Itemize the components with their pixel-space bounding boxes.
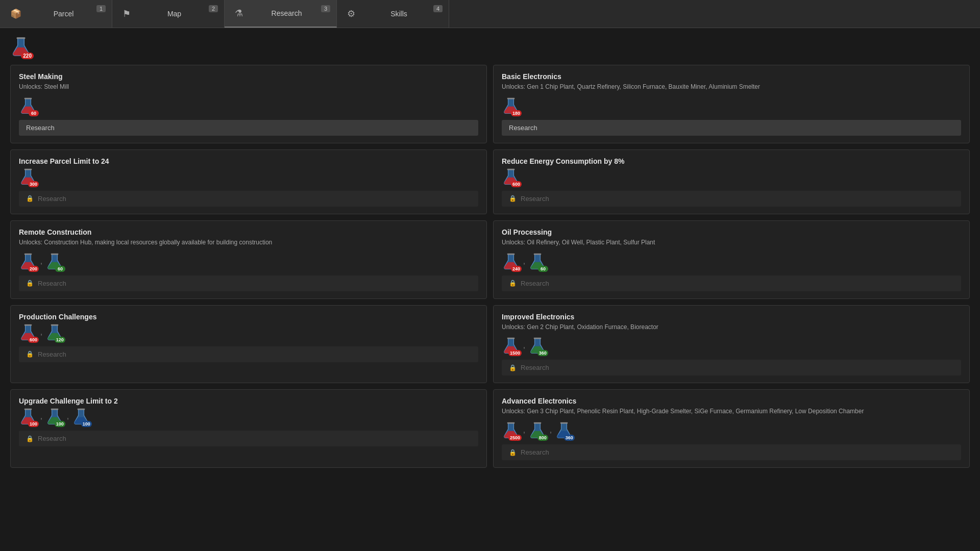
svg-rect-7	[507, 253, 514, 255]
cost-flask-red: 600	[19, 323, 37, 341]
cost-flask-red: 180	[502, 96, 520, 115]
svg-rect-3	[24, 168, 32, 170]
card-subtitle: Unlocks: Gen 1 Chip Plant, Quartz Refine…	[502, 83, 961, 91]
research-btn-label: Research	[521, 195, 549, 203]
card-title: Production Challenges	[19, 313, 478, 321]
main-content: Steel Making Unlocks: Steel Mill 60 Rese…	[0, 60, 980, 473]
parcel-icon: 📦	[10, 8, 21, 19]
tab-research[interactable]: ⚗ Research 3	[225, 0, 337, 28]
card-subtitle: Unlocks: Oil Refinery, Oil Well, Plastic…	[502, 238, 961, 247]
cost-separator: ,	[40, 328, 42, 336]
card-title: Improved Electronics	[502, 313, 961, 321]
cost-row: 1500 , 360	[502, 336, 961, 355]
svg-rect-5	[24, 253, 32, 255]
research-button-reduce-energy: 🔒 Research	[502, 191, 961, 207]
cost-separator: ,	[523, 426, 525, 434]
cost-separator: ,	[67, 412, 69, 420]
svg-rect-14	[51, 409, 58, 410]
cost-row: 60	[19, 96, 478, 115]
skills-icon: ⚙	[347, 8, 355, 19]
research-btn-label: Research	[521, 448, 549, 456]
research-button-oil-processing: 🔒 Research	[502, 276, 961, 291]
cost-value: 100	[28, 421, 39, 427]
research-card-increase-parcel-limit: Increase Parcel Limit to 24 300 🔒 Resear…	[10, 149, 487, 214]
tab-skills[interactable]: ⚙ Skills 4	[337, 0, 449, 28]
card-subtitle: Unlocks: Construction Hub, making local …	[19, 238, 478, 247]
svg-rect-6	[51, 253, 58, 255]
cost-separator: ,	[523, 257, 525, 265]
svg-rect-16	[507, 422, 514, 424]
cost-flask-red: 2500	[502, 421, 520, 439]
main-flask-badge: 220	[21, 53, 34, 59]
card-title: Reduce Energy Consumption by 8%	[502, 157, 961, 165]
research-card-upgrade-challenge-limit: Upgrade Challenge Limit to 2 100 , 100 ,…	[10, 389, 487, 468]
cost-separator: ,	[550, 426, 552, 434]
map-icon: ⚑	[122, 8, 131, 19]
cost-flask-green: 800	[528, 421, 547, 439]
cost-row: 600	[502, 167, 961, 186]
research-btn-label: Research	[38, 195, 66, 203]
cost-row: 600 , 120	[19, 323, 478, 341]
research-card-remote-construction: Remote Construction Unlocks: Constructio…	[10, 220, 487, 299]
cost-value: 600	[28, 337, 39, 343]
cost-flask-green: 60	[528, 252, 547, 270]
cost-flask-red: 100	[19, 407, 37, 425]
lock-icon: 🔒	[26, 350, 34, 358]
cost-flask-blue: 100	[72, 407, 90, 425]
cost-row: 200 , 60	[19, 252, 478, 270]
cost-flask-green: 120	[45, 323, 64, 341]
lock-icon: 🔒	[26, 280, 34, 287]
research-button-remote-construction: 🔒 Research	[19, 276, 478, 291]
card-title: Steel Making	[19, 72, 478, 81]
cost-value: 300	[28, 181, 39, 187]
card-title: Basic Electronics	[502, 72, 961, 81]
lock-icon: 🔒	[509, 449, 517, 456]
tab-skills-label: Skills	[359, 10, 438, 18]
cost-value: 600	[511, 181, 522, 187]
cost-value: 180	[511, 110, 522, 116]
cost-separator: ,	[40, 257, 42, 265]
svg-rect-8	[534, 253, 541, 255]
svg-rect-2	[507, 97, 514, 99]
cost-flask-green: 60	[45, 252, 64, 270]
cost-value: 60	[29, 110, 39, 116]
svg-rect-11	[507, 338, 514, 339]
tab-bar: 📦 Parcel 1 ⚑ Map 2 ⚗ Research 3 ⚙ Skills…	[0, 0, 980, 28]
svg-rect-1	[24, 97, 32, 99]
tab-skills-number: 4	[433, 5, 443, 12]
svg-rect-10	[51, 324, 58, 325]
cost-flask-red: 60	[19, 96, 37, 115]
research-button-increase-parcel-limit: 🔒 Research	[19, 191, 478, 207]
cost-row: 240 , 60	[502, 252, 961, 270]
cost-flask-red: 200	[19, 252, 37, 270]
research-button-improved-electronics: 🔒 Research	[502, 360, 961, 375]
tab-research-number: 3	[321, 5, 330, 12]
tab-research-label: Research	[247, 9, 326, 17]
research-btn-label: Research	[38, 280, 66, 287]
research-card-reduce-energy: Reduce Energy Consumption by 8% 600 🔒 Re…	[493, 149, 970, 214]
cost-flask-green: 360	[528, 336, 547, 355]
research-card-improved-electronics: Improved Electronics Unlocks: Gen 2 Chip…	[493, 305, 970, 384]
svg-rect-15	[78, 409, 85, 410]
tab-parcel[interactable]: 📦 Parcel 1	[0, 0, 112, 28]
research-btn-label: Research	[521, 280, 549, 287]
cost-value: 240	[511, 266, 522, 272]
svg-rect-0	[17, 37, 26, 39]
research-btn-label: Research	[26, 124, 55, 132]
cost-separator: ,	[523, 341, 525, 349]
tab-map[interactable]: ⚑ Map 2	[112, 0, 225, 28]
top-resource-area: 220	[0, 28, 980, 60]
card-subtitle: Unlocks: Steel Mill	[19, 83, 478, 91]
tab-map-label: Map	[135, 10, 214, 18]
research-button-upgrade-challenge-limit: 🔒 Research	[19, 431, 478, 446]
lock-icon: 🔒	[509, 364, 517, 371]
cost-flask-blue: 360	[555, 421, 573, 439]
research-card-steel-making: Steel Making Unlocks: Steel Mill 60 Rese…	[10, 65, 487, 143]
svg-rect-18	[560, 422, 568, 424]
research-button-steel-making[interactable]: Research	[19, 120, 478, 136]
research-button-advanced-electronics: 🔒 Research	[502, 444, 961, 460]
research-button-basic-electronics[interactable]: Research	[502, 120, 961, 136]
tab-parcel-label: Parcel	[26, 10, 102, 18]
research-btn-label: Research	[509, 124, 537, 132]
cost-value: 1500	[508, 350, 522, 356]
